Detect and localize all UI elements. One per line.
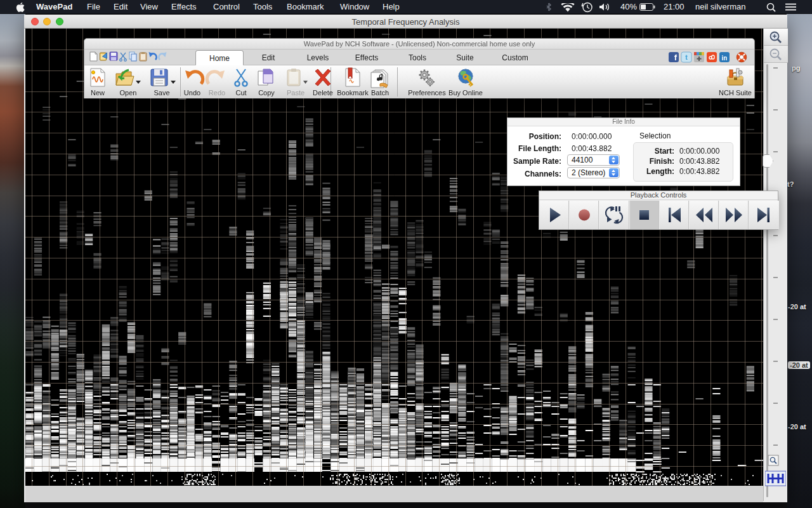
svg-text:in: in [722, 55, 728, 62]
svg-text:f: f [674, 53, 678, 62]
svg-text:t: t [685, 53, 688, 61]
